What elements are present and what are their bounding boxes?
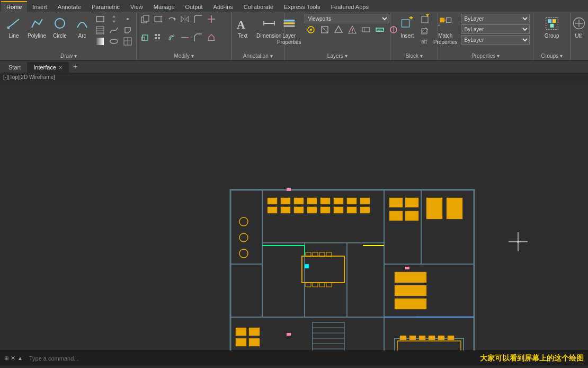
hatch-button[interactable] — [94, 25, 106, 36]
match-properties-button[interactable]: MatchProperties — [431, 14, 460, 47]
ellipse-button[interactable] — [108, 36, 120, 47]
svg-rect-32 — [158, 37, 160, 39]
define-attrs-button[interactable]: att — [419, 36, 432, 47]
tab-manage[interactable]: Manage — [148, 2, 180, 12]
layer-properties-button[interactable]: LayerProperties — [275, 14, 304, 47]
annotation-group-label: Annotation ▾ — [243, 52, 273, 59]
erase-button[interactable] — [205, 32, 218, 43]
table-button[interactable] — [121, 36, 134, 47]
circle-button[interactable]: Circle — [49, 14, 70, 40]
rectangle-icon — [95, 14, 105, 24]
line-button[interactable]: Line — [3, 14, 24, 40]
lineweight-dropdown[interactable]: ByLayer — [461, 35, 530, 45]
svg-point-110 — [239, 249, 248, 258]
insert-button[interactable]: Insert — [397, 14, 418, 40]
layer-btn3[interactable] — [332, 24, 345, 35]
tab-start-label: Start — [8, 64, 21, 71]
table-icon — [123, 37, 132, 46]
ribbon-group-modify: Modify ▾ — [137, 13, 231, 60]
canvas-area[interactable] — [0, 81, 588, 351]
group-icon — [544, 15, 560, 32]
point-button[interactable] — [121, 14, 134, 24]
layers-group-label: Layers ▾ — [327, 52, 348, 59]
scale-button[interactable] — [139, 32, 152, 43]
crosshair-cursor — [509, 232, 524, 248]
rotate-button[interactable] — [165, 14, 178, 24]
svg-rect-3 — [96, 16, 104, 22]
edit-block-button[interactable] — [419, 25, 432, 36]
svg-rect-30 — [158, 34, 160, 36]
color-dropdown[interactable]: ByLayer — [461, 14, 530, 23]
tab-collaborate[interactable]: Collaborate — [238, 2, 279, 12]
tab-start[interactable]: Start — [2, 62, 27, 73]
tab-parametric[interactable]: Parametric — [86, 2, 125, 12]
arc-button[interactable]: Arc — [72, 14, 93, 40]
spline-button[interactable] — [108, 25, 120, 36]
linetype-dropdown[interactable]: ByLayer — [461, 24, 530, 34]
point-icon — [123, 14, 132, 24]
region-button[interactable] — [121, 25, 134, 36]
svg-rect-130 — [236, 338, 246, 346]
layer-btn5[interactable] — [360, 24, 372, 35]
rectangle-button[interactable] — [94, 14, 106, 24]
gradient-button[interactable] — [94, 36, 106, 47]
svg-rect-156 — [438, 336, 444, 340]
tab-new-button[interactable]: + — [69, 60, 82, 73]
tab-output[interactable]: Output — [180, 2, 208, 12]
draw-small-col3 — [121, 14, 134, 47]
svg-point-2 — [55, 19, 65, 28]
util-button[interactable]: Util — [568, 14, 588, 40]
tab-close-icon[interactable]: ✕ — [58, 65, 63, 71]
svg-rect-190 — [395, 299, 426, 309]
stretch-button[interactable] — [152, 14, 165, 24]
move-button[interactable] — [108, 14, 120, 24]
svg-rect-66 — [446, 18, 451, 23]
mirror-button[interactable] — [179, 14, 191, 24]
svg-marker-12 — [125, 28, 130, 33]
group-button[interactable]: Group — [541, 14, 563, 40]
tab-annotate[interactable]: Annotate — [52, 2, 86, 12]
tab-addins[interactable]: Add-ins — [208, 2, 238, 12]
svg-point-193 — [517, 241, 519, 243]
text-button[interactable]: A Text — [232, 14, 253, 40]
model-space-icon[interactable]: ⊞ — [4, 355, 8, 361]
fillet-button[interactable] — [192, 14, 204, 24]
svg-rect-155 — [429, 336, 435, 340]
svg-rect-57 — [402, 20, 409, 27]
layer-btn2[interactable] — [318, 24, 331, 35]
tab-insert[interactable]: Insert — [27, 2, 52, 12]
tab-interface[interactable]: Interface ✕ — [27, 62, 69, 73]
svg-rect-65 — [440, 18, 444, 23]
snap-icon[interactable]: ✕ — [11, 355, 15, 362]
tab-home[interactable]: Home — [1, 1, 27, 12]
array-button[interactable] — [152, 32, 165, 43]
layer-btn6[interactable]: abc — [373, 24, 386, 35]
view-label: [-][Top][2D Wireframe] — [0, 73, 588, 81]
viewport-dropdown[interactable]: Viewports — [305, 14, 389, 23]
create-block-button[interactable] — [419, 14, 432, 24]
trim-button[interactable] — [205, 14, 218, 24]
grid-icon[interactable]: ▲ — [17, 355, 23, 361]
tab-view[interactable]: View — [125, 2, 148, 12]
command-input[interactable] — [26, 354, 477, 363]
layer-btn1[interactable] — [305, 24, 317, 35]
tab-express[interactable]: Express Tools — [279, 2, 325, 12]
svg-rect-188 — [395, 272, 426, 283]
spline-icon — [109, 25, 119, 35]
copy-button[interactable] — [139, 14, 152, 24]
layer-properties-icon — [281, 15, 298, 32]
chamfer-button[interactable] — [192, 32, 204, 43]
polyline-label: Polyline — [28, 33, 46, 39]
extend-button[interactable] — [179, 32, 191, 43]
svg-rect-152 — [400, 336, 406, 340]
polyline-button[interactable]: Polyline — [25, 14, 48, 40]
tab-bar: Start Interface ✕ + — [0, 60, 588, 73]
util-icon — [571, 15, 587, 32]
circle-icon — [51, 15, 68, 32]
tab-featured[interactable]: Featured Apps — [325, 2, 374, 12]
layer-dropdown-area: Viewports abc — [305, 14, 400, 35]
layer-btn4[interactable] — [346, 24, 359, 35]
svg-rect-70 — [548, 19, 551, 23]
offset-button[interactable] — [165, 32, 178, 43]
svg-rect-43 — [283, 25, 295, 28]
